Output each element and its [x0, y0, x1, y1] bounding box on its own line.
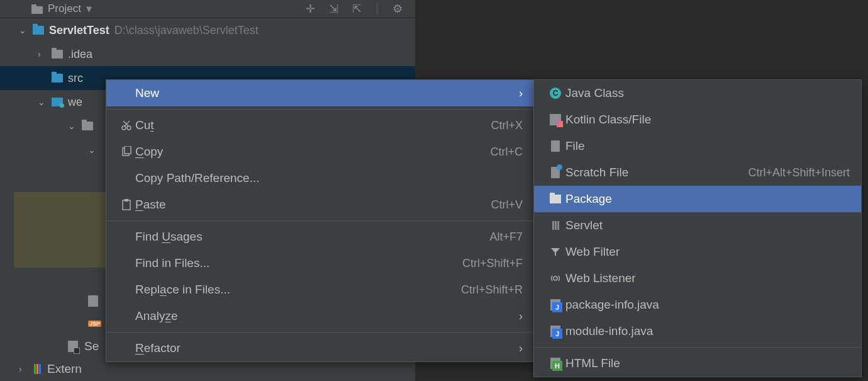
menu-item-cut[interactable]: CutCtrl+X	[106, 112, 534, 139]
locate-icon[interactable]: ✛	[306, 2, 315, 16]
menu-label: File	[565, 139, 585, 153]
svg-rect-0	[31, 6, 43, 14]
node-label: we	[68, 96, 82, 109]
node-label: src	[68, 72, 83, 85]
submenu-item-java-class[interactable]: CJava Class	[534, 80, 861, 106]
folder-icon	[52, 50, 63, 59]
node-label: Extern	[47, 362, 82, 376]
menu-label: Kotlin Class/File	[565, 113, 651, 127]
menu-label: Web Filter	[565, 245, 620, 259]
menu-label: Analyze	[135, 309, 178, 323]
menu-label: HTML File	[565, 356, 620, 370]
jsp-file-node[interactable]	[19, 290, 101, 312]
chevron-right-icon: ›	[38, 49, 47, 59]
tree-node-idea[interactable]: › .idea	[0, 42, 415, 66]
svg-rect-9	[125, 199, 128, 202]
submenu-item-html-file[interactable]: HHTML File	[534, 350, 861, 377]
submenu-item-file[interactable]: File	[534, 133, 861, 159]
menu-label: Web Listener	[565, 271, 636, 285]
menu-item-copy[interactable]: CopyCtrl+C	[106, 139, 534, 165]
submenu-item-package-info-java[interactable]: Jpackage-info.java	[534, 292, 861, 318]
submenu-item-kotlin-class-file[interactable]: Kotlin Class/File	[534, 106, 861, 133]
menu-item-refactor[interactable]: Refactor›	[106, 335, 534, 361]
shortcut: Ctrl+C	[490, 145, 523, 159]
menu-label: Replace in Files...	[135, 283, 230, 297]
shortcut: Ctrl+Shift+F	[462, 257, 523, 270]
menu-label: Scratch File	[565, 166, 628, 179]
shortcut: Ctrl+Alt+Shift+Insert	[748, 166, 850, 179]
menu-item-find-usages[interactable]: Find UsagesAlt+F7	[106, 224, 534, 250]
project-dropdown[interactable]: Project	[48, 3, 81, 15]
scratch-icon	[545, 167, 565, 178]
menu-item-find-in-files-[interactable]: Find in Files...Ctrl+Shift+F	[106, 250, 534, 276]
submenu-item-servlet[interactable]: Servlet	[534, 212, 861, 239]
project-icon	[31, 4, 43, 14]
h-icon: H	[545, 358, 565, 369]
file-icon	[68, 341, 78, 352]
node-label: Se	[84, 339, 99, 353]
chevron-down-icon: ⌄	[68, 121, 77, 131]
folder-icon	[545, 195, 565, 203]
menu-label: Servlet	[565, 219, 603, 232]
chevron-right-icon: ›	[519, 310, 523, 323]
cut-icon	[118, 120, 135, 131]
project-toolbar: Project ▾ ✛ ⇲ ⇱ | ⚙	[0, 0, 415, 18]
j-icon: J	[545, 299, 565, 310]
chevron-right-icon: ›	[519, 342, 523, 355]
root-name: ServletTest	[49, 24, 109, 37]
new-submenu: CJava ClassKotlin Class/FileFileScratch …	[533, 79, 862, 377]
paste-icon	[118, 199, 135, 210]
shortcut: Ctrl+Shift+R	[461, 283, 523, 297]
tree-root[interactable]: ⌄ ServletTest D:\class\javaweb\ServletTe…	[0, 18, 415, 42]
menu-label: Copy Path/Reference...	[135, 171, 260, 185]
submenu-item-scratch-file[interactable]: Scratch FileCtrl+Alt+Shift+Insert	[534, 159, 861, 186]
chevron-right-icon: ›	[519, 87, 523, 100]
menu-label: Copy	[135, 145, 163, 159]
shortcut: Ctrl+X	[491, 119, 523, 132]
menu-item-replace-in-files-[interactable]: Replace in Files...Ctrl+Shift+R	[106, 276, 534, 303]
web-folder-icon	[52, 98, 63, 106]
menu-label: Cut	[135, 118, 154, 132]
menu-label: Java Class	[565, 86, 624, 100]
submenu-item-web-filter[interactable]: Web Filter	[534, 239, 861, 265]
chevron-down-icon: ⌄	[38, 97, 47, 107]
file-icon	[88, 295, 98, 307]
servlet-icon	[545, 221, 565, 230]
menu-item-new[interactable]: New›	[106, 80, 534, 106]
submenu-item-package[interactable]: Package	[534, 186, 861, 212]
file-icon	[545, 140, 565, 152]
expand-icon[interactable]: ⇲	[329, 2, 338, 16]
external-libs-node[interactable]: › Extern	[19, 358, 101, 380]
root-path: D:\class\javaweb\ServletTest	[114, 24, 259, 37]
menu-label: Find in Files...	[135, 256, 209, 270]
menu-item-paste[interactable]: PasteCtrl+V	[106, 191, 534, 218]
svg-rect-7	[125, 146, 131, 154]
svg-rect-8	[123, 200, 130, 210]
gear-icon[interactable]: ⚙	[392, 2, 403, 16]
context-menu: New›CutCtrl+XCopyCtrl+CCopy Path/Referen…	[106, 79, 535, 362]
chevron-down-icon: ▾	[86, 2, 92, 16]
menu-label: Paste	[135, 198, 166, 212]
c-icon: C	[545, 88, 565, 99]
jsp-icon: JSP	[88, 321, 101, 327]
submenu-item-module-info-java[interactable]: Jmodule-info.java	[534, 318, 861, 344]
k-icon	[545, 114, 565, 125]
chevron-down-icon: ⌄	[19, 25, 28, 35]
menu-label: Package	[565, 192, 612, 206]
funnel-icon	[545, 246, 565, 258]
menu-label: Find Usages	[135, 230, 203, 244]
chevron-right-icon: ›	[19, 364, 28, 374]
j-icon: J	[545, 326, 565, 337]
menu-label: package-info.java	[565, 298, 659, 312]
menu-label: module-info.java	[565, 324, 653, 338]
jsp-file-node[interactable]: JSP	[19, 312, 101, 335]
collapse-icon[interactable]: ⇱	[352, 2, 362, 16]
servlet-file-node[interactable]: Se	[19, 335, 101, 358]
copy-icon	[118, 146, 135, 157]
node-label: .idea	[68, 48, 92, 61]
listener-icon	[545, 273, 565, 284]
submenu-item-web-listener[interactable]: Web Listener	[534, 265, 861, 292]
menu-item-copy-path-reference-[interactable]: Copy Path/Reference...	[106, 165, 534, 191]
shortcut: Alt+F7	[489, 230, 523, 244]
menu-item-analyze[interactable]: Analyze›	[106, 303, 534, 329]
